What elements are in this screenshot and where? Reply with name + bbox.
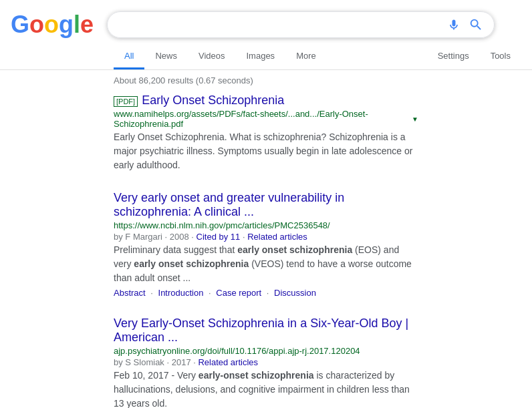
related-articles-link[interactable]: Related articles <box>247 232 307 242</box>
pdf-badge: [PDF] <box>114 96 138 107</box>
tab-images[interactable]: Images <box>235 44 285 69</box>
header: Google "early onset schizophrenia" <box>0 0 532 39</box>
tab-videos[interactable]: Videos <box>188 44 236 69</box>
result-url: www.namihelps.org/assets/PDFs/fact-sheet… <box>114 109 418 129</box>
search-submit-icon[interactable] <box>469 17 483 32</box>
link-separator: · <box>148 288 156 298</box>
case-report-link[interactable]: Case report <box>216 288 261 298</box>
link-separator: · <box>206 288 213 298</box>
result-snippet: Early Onset Schizophrenia. What is schiz… <box>114 130 418 172</box>
cited-by-link[interactable]: Cited by 11 <box>196 232 241 242</box>
tab-settings[interactable]: Settings <box>427 44 480 69</box>
result-title-link[interactable]: Very Early-Onset Schizophrenia in a Six-… <box>114 317 408 344</box>
result-item: Very early onset and greater vulnerabili… <box>114 191 418 298</box>
result-url: https://www.ncbi.nlm.nih.gov/pmc/article… <box>114 220 418 230</box>
logo-letter-e: e <box>80 11 94 39</box>
results-container: [PDF]Early Onset Schizophrenia www.namih… <box>0 91 532 408</box>
logo-letter-o2: o <box>44 11 59 39</box>
mic-icon[interactable] <box>447 18 460 31</box>
url-text: https://www.ncbi.nlm.nih.gov/pmc/article… <box>114 220 330 230</box>
logo-letter-l: l <box>74 11 80 39</box>
result-title-link[interactable]: Very early onset and greater vulnerabili… <box>114 191 344 218</box>
result-meta: by S Slomiak · 2017 · Related articles <box>114 357 418 367</box>
google-logo: Google <box>11 11 94 39</box>
related-articles-link[interactable]: Related articles <box>198 357 258 367</box>
result-title-line: Very Early-Onset Schizophrenia in a Six-… <box>114 317 418 345</box>
result-meta: by F Margari · 2008 · Cited by 11 · Rela… <box>114 232 418 242</box>
result-item: Very Early-Onset Schizophrenia in a Six-… <box>114 317 418 408</box>
search-bar[interactable]: "early onset schizophrenia" <box>107 11 495 38</box>
result-snippet: Feb 10, 2017 - Very early-onset schizoph… <box>114 369 418 408</box>
result-url: ajp.psychiatryonline.org/doi/full/10.117… <box>114 346 418 356</box>
search-icons <box>447 17 483 32</box>
logo-letter-o1: o <box>29 11 44 39</box>
logo-letter-g: G <box>11 11 29 39</box>
url-text: ajp.psychiatryonline.org/doi/full/10.117… <box>114 346 360 356</box>
result-snippet: Preliminary data suggest that early onse… <box>114 243 418 285</box>
nav-tabs-right: Settings Tools <box>427 44 532 69</box>
discussion-link[interactable]: Discussion <box>274 288 316 298</box>
introduction-link[interactable]: Introduction <box>158 288 204 298</box>
logo-letter-g2: g <box>59 11 74 39</box>
tab-all[interactable]: All <box>114 44 144 69</box>
tab-news[interactable]: News <box>144 44 188 69</box>
nav-tabs: All News Videos Images More Settings Too… <box>0 39 532 70</box>
abstract-link[interactable]: Abstract <box>114 288 146 298</box>
result-title-line: [PDF]Early Onset Schizophrenia <box>114 93 418 108</box>
result-section-links: Abstract · Introduction · Case report · … <box>114 288 418 298</box>
tab-tools[interactable]: Tools <box>480 44 521 69</box>
result-item: [PDF]Early Onset Schizophrenia www.namih… <box>114 93 418 172</box>
nav-tabs-left: All News Videos Images More <box>114 44 327 69</box>
url-text: www.namihelps.org/assets/PDFs/fact-sheet… <box>114 109 409 129</box>
tab-more[interactable]: More <box>285 44 327 69</box>
result-title-line: Very early onset and greater vulnerabili… <box>114 191 418 219</box>
search-input[interactable]: "early onset schizophrenia" <box>118 19 447 31</box>
link-separator: · <box>264 288 271 298</box>
dropdown-arrow-icon[interactable]: ▼ <box>412 116 418 123</box>
result-title-link[interactable]: Early Onset Schizophrenia <box>142 93 284 107</box>
results-info: About 86,200 results (0.67 seconds) <box>0 70 532 91</box>
